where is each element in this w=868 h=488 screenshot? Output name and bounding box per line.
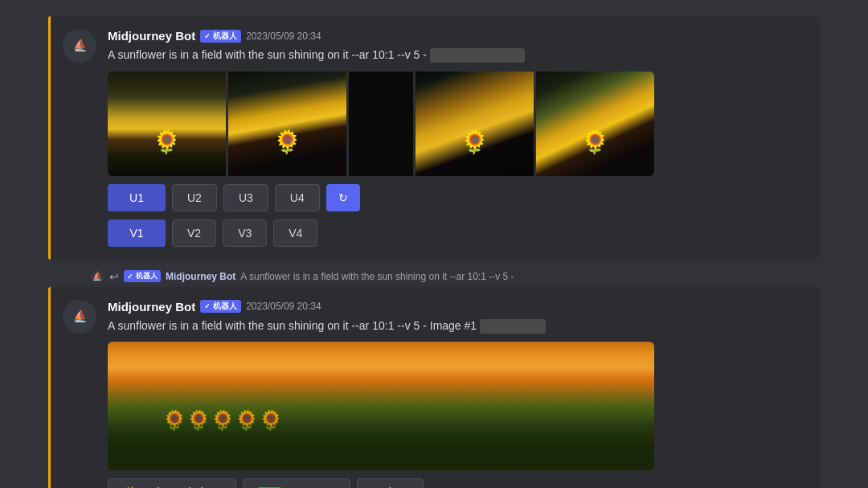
u2-button[interactable]: U2 bbox=[172, 184, 217, 211]
bot-name-2: Midjourney Bot bbox=[108, 300, 195, 314]
action-button-row: ✨ Make Variations NEW Remaster Web ↗ bbox=[108, 478, 805, 488]
message-content-1: Midjourney Bot ✓ 机器人 2023/05/09 20:34 A … bbox=[108, 29, 805, 247]
message-text-2: A sunflower is in a field with the sun s… bbox=[108, 318, 805, 334]
avatar-1: ⛵ bbox=[63, 29, 96, 63]
u1-button[interactable]: U1 bbox=[108, 184, 166, 211]
wide-image bbox=[108, 342, 654, 470]
svg-text:⛵: ⛵ bbox=[73, 39, 88, 52]
reply-badge: ✓ 机器人 bbox=[124, 270, 161, 282]
avatar-2: ⛵ bbox=[63, 300, 96, 334]
v4-button[interactable]: V4 bbox=[273, 219, 317, 247]
reply-preview-text: A sunflower is in a field with the sun s… bbox=[240, 271, 514, 282]
message-text-1: A sunflower is in a field with the sun s… bbox=[108, 47, 805, 64]
image-cell-4 bbox=[536, 72, 654, 176]
button-row-u: U1 U2 U3 U4 ↻ bbox=[108, 184, 805, 211]
image-cell-2 bbox=[228, 72, 346, 176]
reply-arrow-icon: ↩ bbox=[109, 270, 119, 283]
make-variations-button[interactable]: ✨ Make Variations bbox=[108, 478, 236, 488]
image-cell-3 bbox=[416, 72, 534, 176]
v2-button[interactable]: V2 bbox=[172, 219, 216, 247]
remaster-button[interactable]: NEW Remaster bbox=[243, 478, 350, 488]
reply-avatar-icon: ⛵ bbox=[90, 269, 104, 284]
badge-label-2: 机器人 bbox=[213, 301, 237, 312]
reply-bot-name: Midjourney Bot bbox=[166, 271, 235, 282]
message-header-1: Midjourney Bot ✓ 机器人 2023/05/09 20:34 bbox=[108, 29, 805, 43]
message-card-1: ⛵ Midjourney Bot ✓ 机器人 2023/05/09 20:34 … bbox=[48, 16, 820, 260]
reply-badge-label: 机器人 bbox=[136, 271, 158, 281]
chat-container: ⛵ Midjourney Bot ✓ 机器人 2023/05/09 20:34 … bbox=[48, 16, 820, 488]
message-header-2: Midjourney Bot ✓ 机器人 2023/05/09 20:34 bbox=[108, 300, 805, 314]
svg-text:⛵: ⛵ bbox=[73, 310, 88, 323]
reply-checkmark-icon: ✓ bbox=[127, 273, 133, 281]
timestamp-1: 2023/05/09 20:34 bbox=[246, 31, 321, 42]
message-group-2: ⛵ ↩ ✓ 机器人 Midjourney Bot A sunflower is … bbox=[48, 269, 820, 488]
web-button[interactable]: Web ↗ bbox=[357, 478, 424, 488]
message-content-2: Midjourney Bot ✓ 机器人 2023/05/09 20:34 A … bbox=[108, 300, 805, 488]
checkmark-icon-2: ✓ bbox=[204, 302, 211, 310]
image-grid-1 bbox=[108, 72, 654, 176]
timestamp-2: 2023/05/09 20:34 bbox=[246, 301, 321, 312]
v3-button[interactable]: V3 bbox=[223, 219, 267, 247]
button-row-v: V1 V2 V3 V4 bbox=[108, 219, 805, 247]
badge-1: ✓ 机器人 bbox=[200, 30, 241, 43]
wide-image-inner bbox=[108, 342, 654, 470]
u4-button[interactable]: U4 bbox=[275, 184, 320, 211]
u3-button[interactable]: U3 bbox=[223, 184, 268, 211]
blurred-suffix-2: ████████ bbox=[480, 319, 546, 334]
badge-2: ✓ 机器人 bbox=[200, 300, 241, 313]
image-cell-1 bbox=[108, 72, 226, 176]
reply-banner: ⛵ ↩ ✓ 机器人 Midjourney Bot A sunflower is … bbox=[48, 269, 820, 284]
refresh-icon: ↻ bbox=[338, 191, 348, 204]
bot-name-1: Midjourney Bot bbox=[108, 29, 195, 43]
blurred-suffix-1: ████████████ bbox=[430, 48, 526, 63]
image-dark-block bbox=[349, 72, 413, 176]
badge-label-1: 机器人 bbox=[213, 31, 237, 42]
checkmark-icon-1: ✓ bbox=[204, 32, 211, 40]
message-card-2: ⛵ Midjourney Bot ✓ 机器人 2023/05/09 20:34 … bbox=[48, 287, 820, 488]
v1-button[interactable]: V1 bbox=[108, 219, 166, 247]
refresh-button[interactable]: ↻ bbox=[326, 184, 360, 211]
